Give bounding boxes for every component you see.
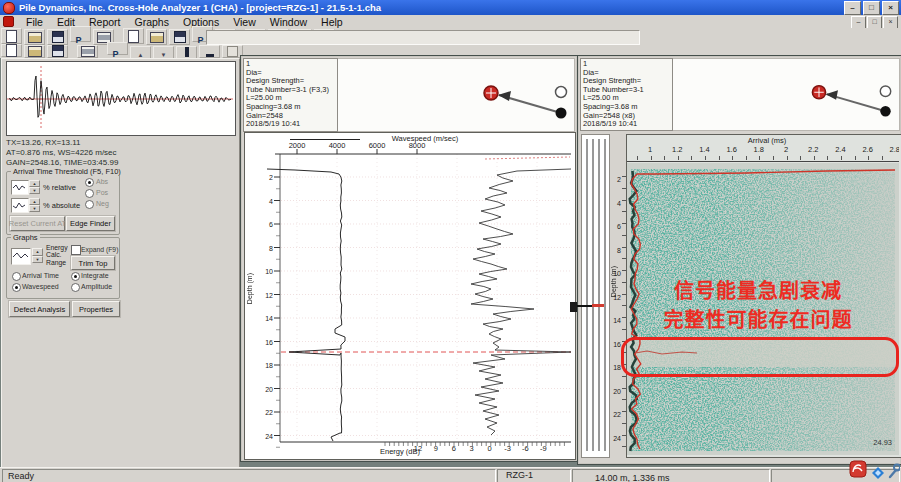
waveform-monitor[interactable] [6,61,236,136]
new-icon [6,44,17,57]
arrival-threshold-group: Arrival Time Threshold (F5, F10) ▲▼ % re… [6,171,120,235]
reset-current-at-button[interactable]: Reset Current AT [10,216,65,231]
toolbar-button-preview[interactable] [70,26,91,42]
energy-range-stepper[interactable]: ▲▼ [32,248,43,263]
tick-label: 1.6 [726,145,736,154]
tick-label: 1 [648,145,652,154]
polarity-pos-radio[interactable] [85,189,94,198]
edge-finder-button[interactable]: Edge Finder [66,216,115,231]
minimize-button[interactable]: – [844,1,861,15]
relative-threshold-icon [11,180,29,195]
tick-label: 24 [613,434,621,441]
wavespeed-window: 1Dia=Design Strength=Tube Number=3-1 (F3… [240,55,578,462]
absolute-label: % absolute [43,201,80,210]
relative-label: % relative [43,183,76,192]
tick-label: 10 [613,270,621,277]
max-arrival-value: 24.93 [852,438,892,447]
toolbar-button-new[interactable] [1,44,22,57]
close-button[interactable]: × [882,1,899,15]
amplitude-label: Amplitude [81,283,112,290]
toolbar-button-min[interactable] [199,45,220,58]
integrate-radio[interactable] [71,272,80,281]
save-icon [174,31,186,43]
measurement-info: TX=13.26, RX=13.11AT=0.876 ms, WS=4226 m… [6,138,236,168]
defect-analysis-button[interactable]: Defect Analysis [9,301,70,317]
tube-pair-diagram [471,72,571,124]
print-icon [81,46,95,57]
polarity-neg-radio[interactable] [85,200,94,209]
save-icon [52,31,64,43]
polarity-abs-radio[interactable] [85,178,94,187]
maximize-button[interactable]: □ [863,1,880,15]
new-icon [6,30,17,43]
toolbar-recessed-strip [206,30,640,45]
new-icon [128,30,139,43]
toolbar-button-up[interactable] [130,46,151,59]
arrival-ticks: 11.21.41.61.822.22.42.62.8 [627,145,899,154]
tick-label: 14 [613,317,621,324]
toolbar-button-save[interactable] [47,45,68,58]
text-line: 2018/5/19 10:41 [246,120,335,129]
arrival-time-label: Arrival Time [22,272,59,279]
tick-label: 0 [488,444,492,453]
toolbar-button-down[interactable] [153,46,174,59]
energy-range-label: Energy Calc. Range [46,244,72,266]
tube-schematic-strip [581,134,610,458]
toolbar-button-preview[interactable] [107,42,128,55]
tick-label: 12 [613,293,621,300]
status-cursor-position: 14.00 m, 1.336 ms [595,473,670,482]
arrival-window: 1Dia=Design Strength=Tube Number=3-1L=25… [577,55,901,465]
properties-button[interactable]: Properties [72,301,120,317]
tick-label: 2.6 [862,145,872,154]
energy-axis-label: Energy (dB) [345,447,455,456]
toolbar-button-bar[interactable] [176,46,197,59]
arrival-axis-line [627,161,899,162]
polarity-abs-label: Abs [96,178,108,185]
tick-label: 2.2 [808,145,818,154]
integrate-label: Integrate [81,272,109,279]
status-bar: Ready RZG-1 14.00 m, 1.336 ms [0,467,901,482]
expand-checkbox[interactable] [71,245,81,255]
tick-label: -3 [504,444,511,453]
tick-label: 2.4 [835,145,845,154]
blue-gem-icon[interactable] [872,467,884,479]
tick-label: 20 [613,387,621,394]
relative-threshold-stepper[interactable]: ▲▼ [29,180,40,193]
arrival-axis-label: Arrival (ms) [687,136,847,145]
pdi-logo-icon [3,2,15,14]
tick-label: 22 [613,411,621,418]
title-bar: Pile Dynamics, Inc. Cross-Hole Analyzer … [0,0,901,15]
toolbar-button-print[interactable] [77,45,98,58]
save-icon [52,45,64,57]
absolute-threshold-icon [11,198,29,213]
preview-icon [76,29,86,40]
depth-cursor-handle[interactable] [570,302,577,312]
tick-label: 16 [613,340,621,347]
toolbar-button-open[interactable] [24,45,45,58]
text-line: AT=0.876 ms, WS=4226 m/sec [6,148,236,158]
wavespeed-plot-frame[interactable]: Wavespeed (m/sec) 2000400060008000 Depth… [244,132,576,460]
red-seal-icon[interactable] [849,460,867,478]
tick-label: 2 [784,145,788,154]
tick-label: 2.8 [890,145,899,154]
preview-icon [113,43,123,54]
tick-label: 4 [617,199,621,206]
absolute-threshold-stepper[interactable]: ▲▼ [29,198,40,211]
wrench-icon[interactable] [887,463,900,479]
energy-range-icon [11,248,31,265]
annotation-line-2: 完整性可能存在问题 [633,304,883,333]
text-line: TX=13.26, RX=13.11 [6,138,236,148]
arrival-time-radio[interactable] [12,272,21,281]
control-panel: TX=13.26, RX=13.11AT=0.876 ms, WS=4226 m… [1,58,240,468]
depth-ticks: 24681012141618202224 [611,56,621,464]
bar-icon [185,47,189,57]
wavespeed-radio[interactable] [12,283,21,292]
defect-highlight-box [621,337,899,377]
tick-label: 8 [617,246,621,253]
trim-top-button[interactable]: Trim Top [71,256,115,270]
expand-label: Expand (F9) [81,246,118,253]
tick-label: 6 [617,223,621,230]
toolbar-separator [69,43,76,57]
tick-label: 2 [617,176,621,183]
amplitude-radio[interactable] [71,283,80,292]
